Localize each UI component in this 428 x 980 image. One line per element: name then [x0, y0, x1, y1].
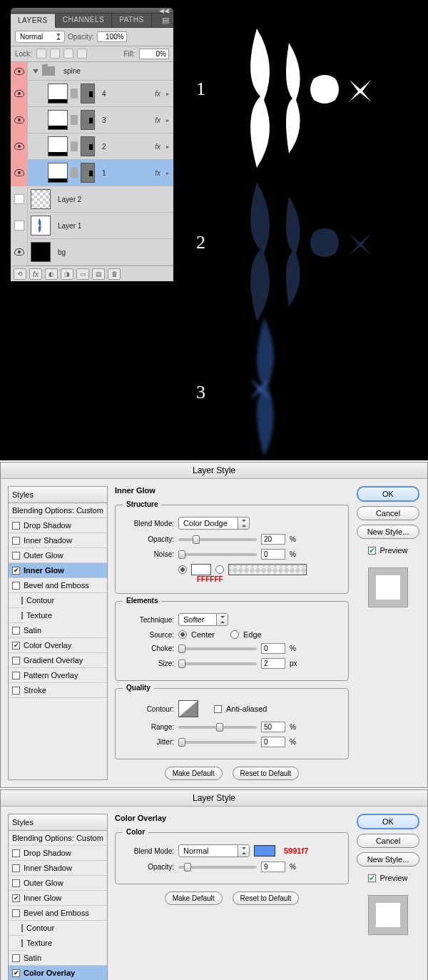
- blending-options-item[interactable]: Blending Options: Custom: [9, 503, 107, 518]
- lock-all-icon[interactable]: [77, 49, 87, 59]
- gradient-swatch[interactable]: [228, 564, 307, 575]
- add-fx-icon[interactable]: fx: [29, 268, 42, 280]
- range-value[interactable]: 50: [261, 722, 285, 732]
- gradient-radio[interactable]: [215, 565, 224, 574]
- style-item[interactable]: Contour: [9, 921, 25, 936]
- reset-default-button[interactable]: Reset to Default: [233, 767, 300, 780]
- layer-thumbnail[interactable]: [31, 216, 51, 236]
- opacity-field[interactable]: 100%: [97, 31, 127, 42]
- new-group-icon[interactable]: ▭: [76, 268, 89, 280]
- layer-thumbnail[interactable]: [48, 136, 68, 156]
- visibility-toggle[interactable]: [11, 62, 28, 81]
- group-row-spine[interactable]: spine: [11, 62, 173, 81]
- tab-paths[interactable]: PATHS: [112, 14, 151, 27]
- style-checkbox[interactable]: [12, 582, 20, 590]
- style-item[interactable]: Pattern Overlay: [9, 668, 107, 683]
- layer-name[interactable]: 3: [98, 116, 152, 124]
- layer-thumbnail[interactable]: [48, 110, 68, 130]
- fx-badge[interactable]: fx: [155, 143, 163, 151]
- jitter-slider[interactable]: [178, 741, 257, 744]
- mask-thumbnail[interactable]: [81, 110, 95, 130]
- layer-row[interactable]: 3 fx ▸: [11, 107, 173, 133]
- style-checkbox[interactable]: [12, 879, 20, 887]
- tab-channels[interactable]: CHANNELS: [56, 14, 112, 27]
- opacity-value[interactable]: 9: [261, 862, 285, 872]
- style-item[interactable]: ✔Inner Glow: [9, 563, 107, 578]
- fx-badge[interactable]: fx: [155, 116, 163, 124]
- opacity-slider[interactable]: [178, 538, 257, 541]
- fill-field[interactable]: 0%: [139, 49, 169, 59]
- style-checkbox[interactable]: [21, 924, 23, 932]
- link-layers-icon[interactable]: ⟲: [14, 268, 26, 280]
- style-item[interactable]: Outer Glow: [9, 876, 107, 891]
- choke-slider[interactable]: [178, 647, 257, 650]
- style-checkbox[interactable]: [12, 909, 20, 917]
- style-checkbox[interactable]: ✔: [12, 969, 20, 977]
- visibility-toggle[interactable]: [11, 81, 28, 107]
- style-checkbox[interactable]: [12, 657, 20, 665]
- visibility-toggle[interactable]: [11, 186, 28, 213]
- style-item[interactable]: Texture: [9, 608, 25, 623]
- layer-name[interactable]: 1: [98, 169, 152, 177]
- preview-checkbox[interactable]: ✔: [368, 547, 376, 555]
- blend-mode-dropdown[interactable]: Normal: [15, 31, 65, 43]
- style-checkbox[interactable]: [12, 864, 20, 872]
- color-swatch[interactable]: [254, 845, 275, 857]
- visibility-toggle[interactable]: [11, 213, 28, 239]
- style-item[interactable]: ✔Color Overlay: [9, 638, 107, 653]
- layer-name[interactable]: Layer 2: [54, 196, 173, 203]
- layer-thumbnail[interactable]: [48, 84, 68, 103]
- source-center-radio[interactable]: [178, 630, 187, 639]
- color-swatch[interactable]: [191, 564, 211, 575]
- fx-disclosure-icon[interactable]: ▸: [166, 91, 173, 97]
- delete-layer-icon[interactable]: 🗑: [108, 268, 121, 280]
- panel-titlebar[interactable]: ◀◀: [11, 8, 173, 14]
- fx-badge[interactable]: fx: [155, 169, 163, 177]
- style-checkbox[interactable]: [12, 522, 20, 530]
- lock-position-icon[interactable]: [63, 49, 73, 59]
- mask-thumbnail[interactable]: [81, 84, 95, 103]
- mask-thumbnail[interactable]: [81, 136, 95, 156]
- make-default-button[interactable]: Make Default: [165, 767, 223, 780]
- new-style-button[interactable]: New Style...: [357, 525, 419, 539]
- layer-thumbnail[interactable]: [48, 163, 68, 183]
- preview-checkbox[interactable]: ✔: [368, 874, 376, 882]
- cancel-button[interactable]: Cancel: [357, 506, 419, 520]
- layer-row[interactable]: 2 fx ▸: [11, 133, 173, 160]
- blend-mode-select[interactable]: Color Dodge: [178, 517, 250, 530]
- panel-menu-icon[interactable]: ▤: [158, 14, 173, 27]
- fx-disclosure-icon[interactable]: ▸: [166, 170, 173, 176]
- style-checkbox[interactable]: [21, 939, 23, 947]
- style-checkbox[interactable]: [12, 537, 20, 545]
- layer-thumbnail[interactable]: [31, 242, 51, 262]
- lock-transparent-icon[interactable]: [36, 49, 46, 59]
- style-checkbox[interactable]: [21, 597, 23, 605]
- blending-options-item[interactable]: Blending Options: Custom: [9, 831, 107, 846]
- style-checkbox[interactable]: ✔: [12, 567, 20, 575]
- new-style-button[interactable]: New Style...: [357, 852, 419, 867]
- style-checkbox[interactable]: [12, 954, 20, 962]
- add-mask-icon[interactable]: ◐: [45, 268, 58, 280]
- noise-value[interactable]: 0: [261, 549, 285, 560]
- style-item[interactable]: Stroke: [9, 683, 107, 698]
- layer-row[interactable]: Layer 2: [11, 186, 173, 213]
- style-item[interactable]: Satin: [9, 623, 107, 638]
- style-checkbox[interactable]: [21, 612, 23, 620]
- style-item[interactable]: Inner Shadow: [9, 533, 107, 548]
- visibility-toggle[interactable]: [11, 239, 28, 266]
- style-item[interactable]: Satin: [9, 951, 107, 966]
- ok-button[interactable]: OK: [357, 814, 419, 829]
- cancel-button[interactable]: Cancel: [357, 834, 419, 848]
- fx-disclosure-icon[interactable]: ▸: [166, 117, 173, 123]
- style-item[interactable]: Drop Shadow: [9, 518, 107, 533]
- layer-row[interactable]: 4 fx ▸: [11, 81, 173, 107]
- layer-name[interactable]: Layer 1: [54, 222, 173, 230]
- size-slider[interactable]: [178, 662, 257, 665]
- new-layer-icon[interactable]: ▤: [92, 268, 105, 280]
- styles-header[interactable]: Styles: [9, 487, 107, 503]
- fx-badge[interactable]: fx: [155, 90, 163, 98]
- contour-swatch[interactable]: [178, 700, 198, 717]
- style-item[interactable]: Inner Shadow: [9, 861, 107, 876]
- opacity-value[interactable]: 20: [261, 534, 285, 545]
- lock-pixels-icon[interactable]: [50, 49, 60, 59]
